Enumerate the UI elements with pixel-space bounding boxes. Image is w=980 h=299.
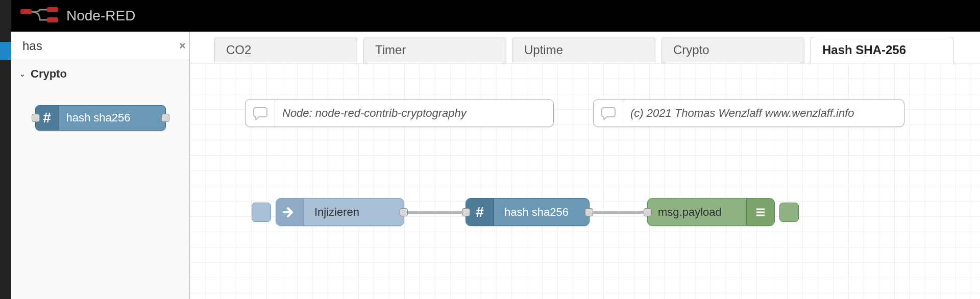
- tab-hash-sha256[interactable]: Hash SHA-256: [811, 37, 953, 63]
- svg-rect-0: [20, 9, 32, 14]
- svg-rect-2: [47, 17, 58, 22]
- inject-trigger-button[interactable]: [252, 203, 271, 222]
- debug-label: msg.payload: [648, 206, 746, 219]
- app-logo: Node-RED: [20, 7, 135, 24]
- tab-timer[interactable]: Timer: [363, 37, 506, 63]
- workspace: CO2 Timer Uptime Crypto Hash SHA-256 Nod…: [190, 32, 980, 299]
- node-output-port[interactable]: [585, 208, 593, 216]
- search-input[interactable]: [22, 39, 175, 53]
- wire[interactable]: [404, 211, 465, 214]
- wire[interactable]: [590, 211, 647, 214]
- comment-text: Node: node-red-contrib-cryptography: [275, 107, 467, 120]
- tab-uptime[interactable]: Uptime: [512, 37, 655, 63]
- tab-co2[interactable]: CO2: [214, 37, 357, 63]
- inject-label: Injizieren: [304, 206, 370, 219]
- inject-node[interactable]: Injizieren: [276, 198, 404, 226]
- hash-icon: #: [466, 198, 494, 226]
- palette-node-hash-sha256[interactable]: # hash sha256: [35, 105, 166, 131]
- comment-icon: [594, 99, 623, 127]
- debug-icon: [746, 198, 774, 226]
- node-input-port[interactable]: [644, 208, 652, 216]
- chevron-down-icon: ⌄: [19, 70, 26, 78]
- inject-icon: [276, 198, 304, 226]
- tab-crypto[interactable]: Crypto: [662, 37, 804, 63]
- hash-label: hash sha256: [494, 206, 579, 219]
- header: Node-RED: [11, 0, 980, 32]
- app-title: Node-RED: [66, 8, 135, 24]
- tabbar: CO2 Timer Uptime Crypto Hash SHA-256: [190, 32, 980, 63]
- node-port: [32, 114, 40, 122]
- svg-rect-1: [47, 7, 58, 12]
- node-port: [161, 114, 169, 122]
- palette-search: ×: [11, 32, 189, 60]
- node-output-port[interactable]: [400, 208, 408, 216]
- palette-node-label: hash sha256: [59, 111, 131, 124]
- comment-node-1[interactable]: Node: node-red-contrib-cryptography: [245, 99, 554, 127]
- nodered-logo-icon: [20, 7, 59, 24]
- debug-node[interactable]: msg.payload: [647, 198, 775, 226]
- comment-text: (c) 2021 Thomas Wenzlaff www.wenzlaff.in…: [623, 107, 854, 120]
- comment-node-2[interactable]: (c) 2021 Thomas Wenzlaff www.wenzlaff.in…: [593, 99, 904, 127]
- category-label: Crypto: [31, 67, 67, 81]
- flow-canvas[interactable]: Node: node-red-contrib-cryptography (c) …: [190, 63, 980, 299]
- sidebar: × ⌄ Crypto # hash sha256: [11, 32, 190, 299]
- palette-category-crypto[interactable]: ⌄ Crypto: [11, 60, 189, 88]
- hash-node[interactable]: # hash sha256: [465, 198, 590, 226]
- comment-icon: [246, 99, 275, 127]
- debug-toggle-button[interactable]: [779, 203, 799, 222]
- clear-search-icon[interactable]: ×: [179, 39, 186, 53]
- node-input-port[interactable]: [462, 208, 470, 216]
